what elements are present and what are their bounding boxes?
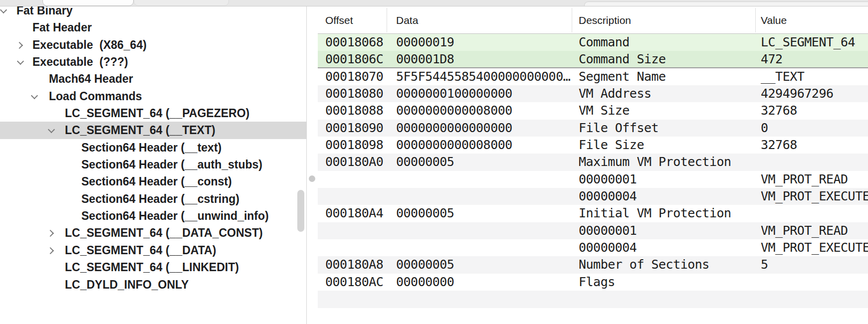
table-row[interactable]: 0001806C 000001D8 Command Size 472 — [318, 51, 868, 68]
tree-item-label: LC_SEGMENT_64 (__LINKEDIT) — [65, 261, 239, 274]
tab-bar — [0, 0, 868, 6]
column-divider[interactable] — [387, 8, 387, 32]
tree-item[interactable]: Section64 Header (__const) — [0, 173, 306, 190]
cell-value: 5 — [761, 256, 768, 273]
table-row[interactable]: 000180AC 00000000 Flags — [318, 274, 868, 291]
cell-description: File Offset — [579, 120, 658, 137]
cell-description: Flags — [579, 274, 615, 291]
tree-item[interactable]: LC_SEGMENT_64 (__PAGEZERO) — [0, 105, 306, 122]
tree-item[interactable]: LC_SEGMENT_64 (__DATA) — [0, 242, 306, 259]
chevron-icon[interactable] — [48, 247, 54, 254]
tree-item[interactable]: Load Commands — [0, 88, 306, 105]
cell-description: 00000001 — [579, 222, 637, 239]
table-row[interactable]: 00018068 00000019 Command LC_SEGMENT_64 — [318, 34, 868, 51]
tree-item[interactable]: Fat Binary — [0, 6, 306, 19]
tree-item-label: Section64 Header (__text) — [81, 141, 221, 154]
cell-description: Command Size — [579, 51, 666, 68]
tree-item[interactable]: Section64 Header (__auth_stubs) — [0, 156, 306, 173]
cell-value: 472 — [761, 51, 783, 68]
chevron-icon[interactable] — [0, 7, 6, 14]
column-divider[interactable] — [755, 8, 756, 32]
cell-value: VM_PROT_EXECUTE — [761, 188, 868, 205]
table-row[interactable]: 00018088 0000000000008000 VM Size 32768 — [318, 102, 868, 119]
splitter-handle-icon[interactable] — [309, 175, 315, 182]
tree-item[interactable]: Fat Header — [0, 19, 306, 36]
tree-item[interactable]: Section64 Header (__text) — [0, 139, 306, 156]
cell-description: Segment Name — [579, 68, 666, 85]
cell-value: 0 — [761, 120, 768, 137]
tree-item-label: Executable (X86_64) — [32, 38, 147, 51]
mach-o-viewer-window: Fat Binary Fat Header Executable (X86_64… — [0, 0, 868, 324]
tree-item[interactable]: Section64 Header (__cstring) — [0, 190, 306, 207]
column-header-offset[interactable]: Offset — [325, 6, 353, 34]
tree-item-label: LC_SEGMENT_64 (__PAGEZERO) — [65, 107, 249, 120]
cell-offset: 000180A4 — [325, 205, 383, 222]
table-row[interactable]: 000180A4 00000005 Initial VM Protection — [318, 205, 868, 222]
table-row[interactable]: 00000001 VM_PROT_READ — [318, 222, 868, 239]
tree-item[interactable]: LC_DYLD_INFO_ONLY — [0, 276, 306, 293]
chevron-icon[interactable] — [17, 42, 23, 48]
cell-data: 00000005 — [396, 154, 454, 170]
table-body: 00018068 00000019 Command LC_SEGMENT_64 … — [318, 34, 868, 308]
tree-item[interactable]: Executable (???) — [0, 53, 306, 70]
tree-item[interactable]: Mach64 Header — [0, 70, 306, 87]
tab-inactive-stub[interactable] — [134, 0, 229, 6]
tree-item[interactable]: Section64 Header (__unwind_info) — [0, 207, 306, 224]
cell-value: LC_SEGMENT_64 — [761, 34, 855, 51]
cell-data: 00000005 — [396, 205, 454, 222]
column-header-data[interactable]: Data — [396, 6, 418, 34]
table-row[interactable]: 00000004 VM_PROT_EXECUTE — [318, 239, 868, 256]
table-row[interactable]: 00018098 0000000000008000 File Size 3276… — [318, 137, 868, 154]
field-table: Offset Data Description Value 00018068 0… — [318, 6, 868, 324]
cell-value: 32768 — [761, 102, 797, 119]
tree-item[interactable]: LC_SEGMENT_64 (__LINKEDIT) — [0, 259, 306, 276]
tree-item[interactable]: LC_SEGMENT_64 (__TEXT) — [0, 122, 306, 139]
cell-data: 0000000100000000 — [396, 85, 512, 102]
table-row[interactable]: 00018090 0000000000000000 File Offset 0 — [318, 120, 868, 137]
tab-right-panel-stub[interactable] — [584, 1, 868, 6]
cell-description: 00000004 — [579, 188, 637, 205]
cell-data: 0000000000008000 — [396, 102, 512, 119]
cell-description: Number of Sections — [579, 256, 709, 273]
tree-item-label: Load Commands — [49, 90, 142, 103]
table-row[interactable]: 00018080 0000000100000000 VM Address 429… — [318, 85, 868, 102]
cell-description: Initial VM Protection — [579, 205, 731, 222]
cell-offset: 00018070 — [325, 68, 383, 85]
chevron-icon[interactable] — [31, 93, 37, 100]
cell-description: VM Size — [579, 102, 630, 119]
table-row[interactable]: 000180A8 00000005 Number of Sections 5 — [318, 256, 868, 273]
cell-value: VM_PROT_EXECUTE — [761, 239, 868, 256]
chevron-icon[interactable] — [17, 59, 23, 65]
chevron-icon[interactable] — [48, 230, 54, 236]
table-row[interactable] — [318, 291, 868, 308]
tree-item-label: Section64 Header (__auth_stubs) — [81, 158, 262, 171]
table-row[interactable]: 000180A0 00000005 Maximum VM Protection — [318, 154, 868, 170]
cell-description: Command — [579, 34, 630, 51]
tree-item-label: Fat Binary — [16, 6, 72, 17]
cell-description: File Size — [579, 137, 644, 154]
cell-data: 0000000000008000 — [396, 137, 512, 154]
tab-active-stub[interactable] — [42, 0, 134, 6]
cell-description: Maximum VM Protection — [579, 154, 731, 170]
cell-data: 5F5F5445585400000000000… — [396, 68, 570, 85]
tree-item-label: Executable (???) — [32, 55, 128, 68]
table-row[interactable]: 00000004 VM_PROT_EXECUTE — [318, 188, 868, 205]
structure-tree: Fat Binary Fat Header Executable (X86_64… — [0, 6, 306, 293]
tree-item-label: Fat Header — [32, 21, 92, 34]
tree-item[interactable]: LC_SEGMENT_64 (__DATA_CONST) — [0, 224, 306, 241]
cell-description: 00000001 — [579, 171, 637, 188]
table-row[interactable]: 00000001 VM_PROT_READ — [318, 171, 868, 188]
table-row[interactable]: 00018070 5F5F5445585400000000000… Segmen… — [318, 68, 868, 85]
column-header-value[interactable]: Value — [761, 6, 787, 34]
tree-item-label: LC_DYLD_INFO_ONLY — [65, 278, 189, 291]
column-divider[interactable] — [572, 8, 572, 32]
cell-value: 32768 — [761, 137, 797, 154]
cell-value: VM_PROT_READ — [761, 171, 848, 188]
cell-data: 0000000000000000 — [396, 120, 512, 137]
cell-offset: 00018090 — [325, 120, 383, 137]
cell-value: VM_PROT_READ — [761, 222, 848, 239]
tree-item[interactable]: Executable (X86_64) — [0, 36, 306, 53]
column-header-description[interactable]: Description — [579, 6, 631, 34]
chevron-icon[interactable] — [48, 127, 54, 134]
sidebar-scrollbar-thumb[interactable] — [297, 190, 304, 232]
